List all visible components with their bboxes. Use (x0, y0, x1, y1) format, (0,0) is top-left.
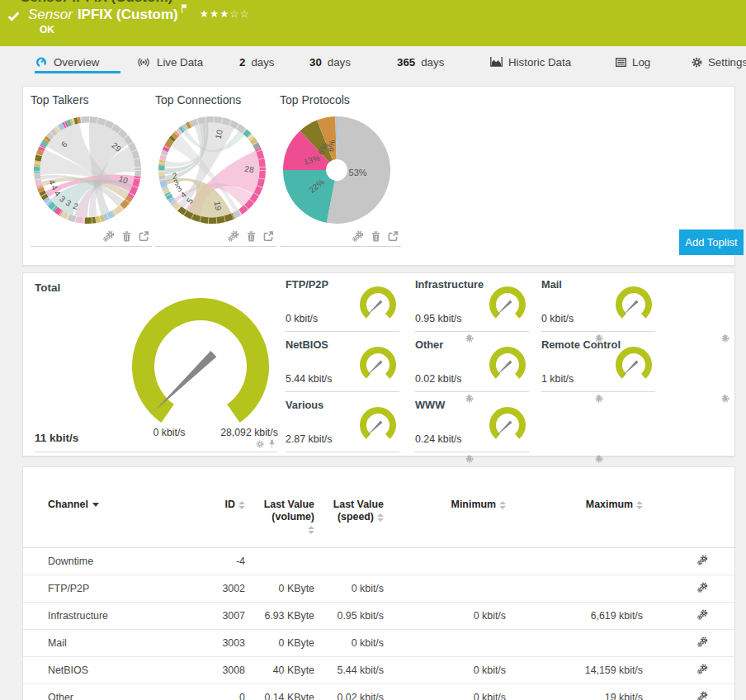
toplist-title: Top Talkers (31, 93, 89, 106)
cell-channel: FTP/P2P (23, 575, 196, 602)
toplist-top-protocols: Top Protocols 53%22%13%6%6% (280, 87, 401, 247)
cell-volume: 40 KByte (246, 656, 315, 683)
channel-settings-icon[interactable] (697, 609, 708, 620)
tab-overview[interactable]: Overview (35, 53, 99, 71)
gauge-settings-gear-icon[interactable] (256, 440, 264, 448)
top-protocols-pie-chart[interactable]: 53%22%13%6%6% (281, 115, 392, 225)
gauge-cell-ftp-p2p: FTP/P2P 0 kbit/s (286, 277, 399, 332)
table-row-downtime: Downtime -4 (23, 547, 735, 575)
sort-icon (238, 501, 245, 509)
channel-settings-icon[interactable] (697, 555, 708, 565)
sort-icon (308, 526, 314, 534)
top-connections-chord-chart[interactable]: 10281954332 (157, 115, 267, 225)
cell-maximum (507, 629, 644, 656)
gauge-max-label: 28,092 kbit/s (204, 427, 295, 438)
toplist-settings-icon[interactable] (228, 230, 239, 242)
top-talkers-chord-chart[interactable]: 29106233444 (32, 115, 143, 225)
pin-icon[interactable] (268, 439, 276, 448)
cell-maximum: 19 kbit/s (507, 683, 644, 700)
gauge-cell-mail: Mail 0 kbit/s (541, 277, 655, 332)
cell-maximum (507, 547, 644, 575)
sensor-type-label: Sensor (28, 7, 73, 22)
trash-icon[interactable] (122, 231, 131, 242)
external-link-icon[interactable] (388, 231, 398, 241)
cell-channel: Mail (23, 629, 196, 656)
channel-settings-icon[interactable] (697, 664, 708, 674)
external-link-icon[interactable] (263, 231, 273, 241)
tab-2-days[interactable]: 2days (239, 53, 275, 71)
col-header-id[interactable]: ID (196, 467, 246, 547)
external-link-icon[interactable] (139, 231, 149, 241)
cell-minimum (385, 575, 507, 602)
log-icon (616, 58, 626, 67)
svg-text:28: 28 (244, 164, 255, 175)
table-row-mail: Mail 3003 0 KByte 0 kbit/s (23, 629, 735, 656)
pin-icon[interactable] (721, 395, 729, 404)
channel-name: Other (415, 338, 443, 351)
cell-id: 0 (196, 683, 246, 700)
tab-settings[interactable]: Settings (692, 53, 746, 71)
cell-minimum (385, 547, 507, 575)
toplist-title: Top Connections (155, 93, 241, 106)
flag-icon[interactable] (182, 4, 188, 14)
cell-id: 3003 (196, 629, 246, 656)
pin-icon[interactable] (595, 395, 602, 404)
col-header-minimum[interactable]: Minimum (385, 467, 507, 547)
col-header-actions (644, 467, 735, 547)
channel-gauge (483, 343, 532, 388)
tab-log[interactable]: Log (616, 53, 650, 71)
channel-settings-icon[interactable] (697, 691, 708, 700)
cell-minimum (385, 629, 507, 656)
cell-volume (246, 547, 315, 575)
cell-channel: Other (23, 683, 196, 700)
channel-settings-icon[interactable] (697, 636, 708, 647)
toplist-settings-icon[interactable] (352, 230, 364, 242)
cell-id: 3002 (196, 575, 246, 602)
trash-icon[interactable] (247, 231, 256, 242)
channel-gauge (483, 283, 532, 328)
channel-value: 2.87 kbit/s (286, 433, 332, 445)
channel-name: Infrastructure (415, 278, 484, 291)
cell-id: -4 (196, 547, 246, 575)
priority-stars[interactable]: ★★★☆☆ (200, 8, 250, 20)
cell-minimum: 0 kbit/s (385, 602, 507, 629)
col-header-last-value-volume[interactable]: Last Value(volume) (246, 467, 315, 547)
cell-speed: 0.95 kbit/s (315, 602, 385, 629)
col-header-last-value-speed[interactable]: Last Value(speed) (315, 467, 385, 547)
toplist-settings-icon[interactable] (103, 230, 115, 242)
channel-settings-icon[interactable] (697, 582, 708, 593)
tab-365-days[interactable]: 365days (397, 53, 444, 71)
tab-30-days[interactable]: 30days (309, 53, 351, 71)
cell-speed: 0 kbit/s (315, 575, 385, 602)
channel-name: NetBIOS (286, 338, 328, 351)
channel-value: 11 kbit/s (35, 432, 78, 444)
gauge-cell-various: Various 2.87 kbit/s (286, 397, 399, 452)
page-title: IPFIX (Custom) (78, 7, 178, 22)
trash-icon[interactable] (371, 231, 380, 242)
channel-value: 5.44 kbit/s (286, 373, 332, 385)
toplist-top-talkers: Top Talkers 29106233444 (31, 87, 152, 247)
channel-name: FTP/P2P (286, 278, 328, 291)
pin-icon[interactable] (595, 455, 602, 464)
total-gauge (114, 290, 287, 435)
channel-name: Total (35, 281, 60, 294)
channel-value: 0.95 kbit/s (415, 313, 461, 324)
tab-historic-data[interactable]: Historic Data (490, 53, 571, 71)
cell-minimum: 0 kbit/s (385, 656, 507, 683)
col-header-channel[interactable]: Channel (23, 467, 196, 547)
channel-name: WWW (415, 399, 445, 411)
gauge-cell-remote-control: Remote Control 1 kbit/s (541, 337, 655, 392)
pin-icon[interactable] (721, 334, 729, 343)
channel-value: 0.24 kbit/s (415, 433, 461, 445)
channel-gauge (483, 404, 532, 448)
cell-channel: Downtime (23, 547, 196, 575)
add-toplist-button[interactable]: Add Toplist (679, 229, 744, 255)
tab-live-data[interactable]: Live Data (136, 53, 203, 71)
cell-volume: 6.93 KByte (246, 602, 315, 629)
channels-table-panel: Channel ID Last Value(volume) Last Value… (22, 466, 735, 700)
pin-icon[interactable] (465, 455, 473, 464)
cell-maximum (507, 575, 644, 602)
gauge-icon (35, 56, 48, 69)
col-header-maximum[interactable]: Maximum (507, 467, 644, 547)
svg-text:53%: 53% (349, 168, 367, 177)
